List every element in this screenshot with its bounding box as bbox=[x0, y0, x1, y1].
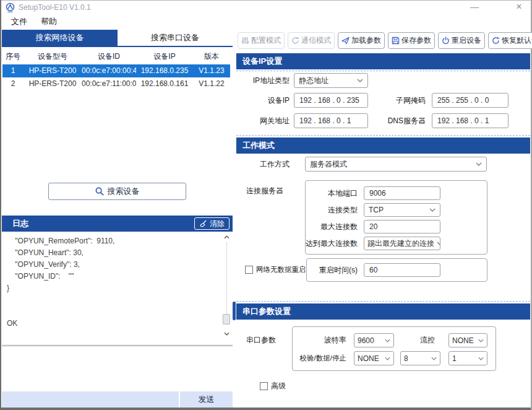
ip-type-select[interactable]: 静态地址 bbox=[294, 73, 368, 88]
config-mode-label: 配置模式 bbox=[251, 35, 281, 46]
log-scrollbar[interactable] bbox=[223, 233, 231, 338]
restore-defaults-button[interactable]: 恢复默认设置 bbox=[488, 32, 532, 49]
tab-search-serial-devices[interactable]: 搜索串口设备 bbox=[118, 30, 233, 46]
col-version: 版本 bbox=[193, 50, 230, 63]
parity-value: NONE bbox=[358, 354, 379, 363]
clear-log-label: 清除 bbox=[210, 219, 225, 229]
config-mode-button[interactable]: 配置模式 bbox=[238, 32, 285, 49]
save-icon bbox=[392, 37, 400, 45]
panel-splitter bbox=[233, 28, 236, 408]
baud-rate-value: 9600 bbox=[358, 336, 374, 345]
search-icon bbox=[95, 187, 104, 196]
device-table-header: 序号 设备型号 设备ID 设备IP 版本 bbox=[2, 50, 230, 63]
refresh-icon bbox=[492, 37, 500, 45]
gateway-input[interactable]: 192 . 168 . 0 . 1 bbox=[294, 113, 368, 128]
send-button[interactable]: 发送 bbox=[180, 391, 233, 408]
conn-type-value: TCP bbox=[369, 206, 384, 214]
right-panel-scrollbar-thumb[interactable] bbox=[233, 302, 236, 320]
data-bits-select[interactable]: 8 bbox=[400, 351, 440, 365]
advanced-label: 高级 bbox=[271, 382, 286, 390]
cell-version: V1.1.22 bbox=[193, 77, 230, 90]
log-title: 日志 bbox=[12, 218, 28, 229]
broom-icon bbox=[199, 220, 207, 228]
window-title: SetupTool-E10 V1.0.1 bbox=[19, 3, 91, 12]
section-work-mode-header: 工作模式 bbox=[236, 137, 530, 154]
title-bar: SetupTool-E10 V1.0.1 — × bbox=[1, 1, 531, 14]
comm-mode-button[interactable]: 通信模式 bbox=[288, 32, 335, 49]
device-ip-input[interactable]: 192 . 168 . 0 . 235 bbox=[294, 93, 368, 108]
cell-device-ip: 192.168.0.235 bbox=[136, 64, 193, 77]
device-ip-label: 设备IP bbox=[240, 93, 290, 108]
menu-bar: 文件 帮助 bbox=[1, 14, 531, 28]
dns-server-input[interactable]: 192 . 168 . 0 . 1 bbox=[432, 113, 508, 128]
save-params-button[interactable]: 保存参数 bbox=[388, 32, 435, 49]
restore-defaults-label: 恢复默认设置 bbox=[502, 35, 532, 46]
cell-version: V1.1.23 bbox=[193, 64, 230, 77]
max-reached-select[interactable]: 踢出最先建立的连接 bbox=[364, 237, 440, 250]
table-row[interactable]: 1 HP-ERS-T200 00:0c:e7:00:00:4f 192.168.… bbox=[2, 64, 230, 77]
chevron-down-icon bbox=[437, 242, 440, 245]
data-bits-value: 8 bbox=[404, 354, 408, 363]
col-device-id: 设备ID bbox=[82, 50, 136, 63]
flow-control-select[interactable]: NONE bbox=[448, 333, 487, 347]
scroll-up-icon[interactable] bbox=[223, 233, 231, 241]
parity-select[interactable]: NONE bbox=[354, 351, 394, 365]
close-button[interactable]: × bbox=[508, 1, 530, 14]
work-mode-select[interactable]: 服务器模式 bbox=[305, 157, 487, 172]
no-data-restart-checkbox[interactable] bbox=[245, 266, 253, 274]
local-port-input[interactable]: 9006 bbox=[364, 186, 440, 200]
work-mode-value: 服务器模式 bbox=[310, 159, 347, 170]
dashed-separator bbox=[236, 301, 530, 302]
tune-icon bbox=[241, 37, 249, 45]
search-device-button[interactable]: 搜索设备 bbox=[48, 183, 186, 200]
right-toolbar: 配置模式 通信模式 加载参数 bbox=[238, 32, 530, 49]
subnet-mask-input[interactable]: 255 . 255 . 0 . 0 bbox=[432, 93, 508, 108]
chevron-down-icon bbox=[429, 208, 435, 212]
server-group-label: 连接服务器 bbox=[246, 186, 283, 196]
baud-rate-select[interactable]: 9600 bbox=[354, 333, 394, 347]
minimize-button[interactable]: — bbox=[464, 1, 485, 14]
scroll-down-icon[interactable] bbox=[223, 330, 231, 338]
window-border-left bbox=[0, 0, 1, 410]
restart-time-label: 重启时间(s) bbox=[299, 263, 358, 277]
log-header: 日志 清除 bbox=[2, 216, 233, 232]
tab-search-network-devices[interactable]: 搜索网络设备 bbox=[2, 30, 118, 46]
reboot-device-button[interactable]: 重启设备 bbox=[438, 32, 485, 49]
gateway-label: 网关地址 bbox=[240, 113, 290, 128]
serial-params-group-label: 串口参数 bbox=[246, 335, 276, 345]
ip-type-value: 静态地址 bbox=[299, 76, 328, 86]
max-reached-label: 达到最大连接数 bbox=[293, 237, 358, 250]
send-input[interactable] bbox=[2, 391, 179, 408]
menu-help[interactable]: 帮助 bbox=[38, 16, 59, 27]
cell-model: HP-ERS-T200 bbox=[24, 64, 82, 77]
load-params-button[interactable]: 加载参数 bbox=[338, 32, 385, 49]
subnet-mask-label: 子网掩码 bbox=[370, 93, 426, 108]
conn-type-select[interactable]: TCP bbox=[364, 203, 440, 217]
advanced-checkbox[interactable] bbox=[260, 382, 268, 390]
menu-file[interactable]: 文件 bbox=[9, 16, 30, 27]
section-ip-settings-header: 设备IP设置 bbox=[236, 53, 530, 69]
log-content: "OPYUN_RemotePort": 9110, "OPYUN_Heart":… bbox=[2, 232, 233, 333]
table-row[interactable]: 2 HP-ERS-T200 00:0c:e7:11:00:06 192.168.… bbox=[2, 77, 230, 90]
chevron-down-icon bbox=[478, 339, 484, 342]
ip-type-label: IP地址类型 bbox=[240, 73, 290, 88]
app-window: SetupTool-E10 V1.0.1 — × 文件 帮助 搜索网络设备 搜索… bbox=[0, 0, 532, 410]
rocket-icon bbox=[341, 37, 350, 45]
section-serial-settings-header: 串口参数设置 bbox=[236, 303, 530, 320]
stop-bits-select[interactable]: 1 bbox=[448, 351, 487, 365]
chevron-down-icon bbox=[357, 79, 363, 82]
comm-icon bbox=[291, 37, 299, 45]
restart-time-input[interactable]: 60 bbox=[364, 263, 440, 277]
stop-bits-value: 1 bbox=[452, 354, 457, 363]
chevron-down-icon bbox=[478, 357, 484, 360]
save-params-label: 保存参数 bbox=[401, 35, 431, 46]
col-index: 序号 bbox=[2, 50, 24, 63]
max-conn-label: 最大连接数 bbox=[299, 220, 358, 233]
scrollbar-thumb[interactable] bbox=[223, 314, 230, 325]
clear-log-button[interactable]: 清除 bbox=[194, 217, 230, 230]
max-conn-input[interactable]: 20 bbox=[364, 220, 440, 233]
chevron-down-icon bbox=[431, 357, 437, 360]
cell-device-id: 00:0c:e7:11:00:06 bbox=[82, 77, 136, 90]
chevron-down-icon bbox=[385, 357, 390, 360]
comm-mode-label: 通信模式 bbox=[301, 35, 331, 46]
